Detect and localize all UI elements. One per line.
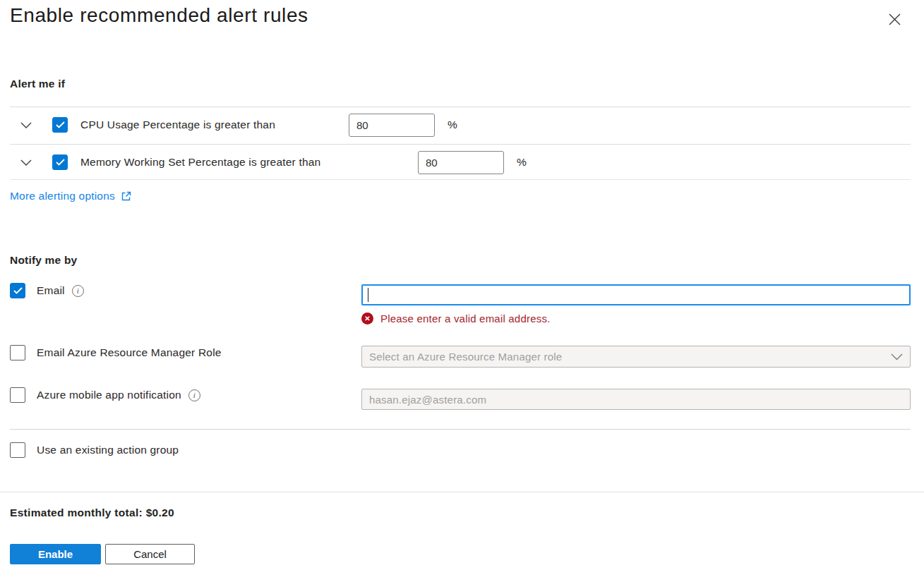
cpu-threshold-input[interactable] (349, 114, 435, 137)
external-link-icon (121, 190, 132, 202)
footer-buttons: Enable Cancel (10, 544, 195, 564)
info-icon[interactable]: i (188, 389, 200, 401)
enable-button[interactable]: Enable (10, 544, 101, 564)
more-alerting-options-label: More alerting options (10, 190, 115, 202)
cpu-rule-checkbox[interactable] (52, 117, 68, 133)
mobile-app-option-row: Azure mobile app notification i (10, 387, 200, 403)
arm-role-option-row: Email Azure Resource Manager Role (10, 345, 222, 360)
email-label: Email (37, 284, 65, 297)
mobile-app-account-input: hasan.ejaz@astera.com (361, 389, 911, 410)
arm-role-checkbox[interactable] (10, 345, 25, 360)
info-icon[interactable]: i (72, 285, 84, 297)
email-checkbox[interactable] (10, 283, 25, 298)
chevron-down-icon[interactable] (20, 156, 32, 169)
alert-section-heading: Alert me if (10, 78, 65, 90)
more-alerting-options-link[interactable]: More alerting options (10, 190, 132, 202)
divider (10, 107, 911, 107)
text-cursor (368, 288, 368, 302)
mobile-app-checkbox[interactable] (10, 387, 25, 403)
estimated-monthly-total: Estimated monthly total: $0.20 (10, 507, 174, 519)
memory-rule-label: Memory Working Set Percentage is greater… (80, 156, 405, 169)
action-group-option-row: Use an existing action group (10, 442, 179, 458)
alert-rule-row-memory: Memory Working Set Percentage is greater… (10, 145, 911, 179)
divider (10, 179, 911, 180)
email-option-row: Email i (10, 283, 84, 298)
memory-unit-label: % (517, 156, 527, 169)
enable-alert-rules-dialog: Enable recommended alert rules Alert me … (0, 0, 924, 570)
email-error-message: ✕ Please enter a valid email address. (361, 313, 550, 325)
cancel-button[interactable]: Cancel (105, 544, 195, 564)
mobile-app-label: Azure mobile app notification (37, 389, 181, 401)
alert-rule-row-cpu: CPU Usage Percentage is greater than % (10, 108, 911, 142)
arm-role-label: Email Azure Resource Manager Role (37, 346, 222, 359)
close-icon[interactable] (882, 7, 906, 31)
action-group-checkbox[interactable] (10, 442, 25, 458)
memory-threshold-input[interactable] (418, 151, 504, 174)
arm-role-dropdown[interactable]: Select an Azure Resource Manager role (361, 346, 911, 368)
action-group-label: Use an existing action group (37, 444, 179, 456)
page-title: Enable recommended alert rules (10, 4, 308, 27)
chevron-down-icon[interactable] (20, 119, 32, 131)
arm-role-dropdown-placeholder: Select an Azure Resource Manager role (369, 351, 562, 363)
error-text: Please enter a valid email address. (380, 313, 550, 325)
divider (10, 429, 911, 430)
divider (10, 144, 911, 145)
divider (0, 492, 924, 492)
memory-rule-checkbox[interactable] (52, 154, 68, 170)
notify-section-heading: Notify me by (10, 254, 77, 267)
cpu-unit-label: % (448, 119, 457, 131)
email-address-input[interactable] (361, 284, 911, 305)
cpu-rule-label: CPU Usage Percentage is greater than (80, 119, 336, 131)
error-icon: ✕ (361, 313, 373, 325)
chevron-down-icon (891, 353, 903, 360)
mobile-app-account-value: hasan.ejaz@astera.com (369, 394, 486, 406)
